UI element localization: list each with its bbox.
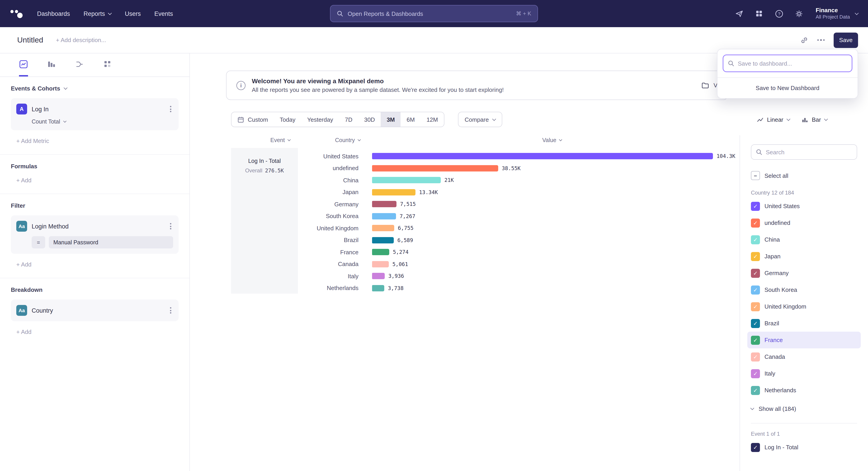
global-search-button[interactable]: Open Reports & Dashboards ⌘ + K: [330, 5, 538, 22]
help-icon[interactable]: ?: [774, 8, 784, 19]
chart-row: Italy 3,936: [298, 270, 740, 282]
bar[interactable]: [372, 177, 441, 183]
metric-card[interactable]: A Log In Count Total: [11, 98, 179, 130]
show-all-button[interactable]: Show all (184): [751, 400, 857, 418]
report-title[interactable]: Untitled: [17, 35, 43, 45]
nav-item[interactable]: Events: [154, 10, 173, 17]
add-metric-button[interactable]: + Add Metric: [16, 138, 179, 144]
bar[interactable]: [372, 153, 713, 159]
legend-item[interactable]: ✓ Japan: [747, 248, 861, 265]
add-description-button[interactable]: + Add description...: [56, 37, 106, 43]
legend-checkbox[interactable]: ✓: [751, 235, 760, 244]
legend-checkbox[interactable]: ✓: [751, 352, 760, 361]
nav-item[interactable]: Users: [125, 10, 141, 17]
filter-value[interactable]: Manual Password: [49, 236, 173, 248]
filter-operator[interactable]: =: [32, 236, 45, 248]
whats-new-icon[interactable]: [734, 8, 744, 19]
add-breakdown-button[interactable]: + Add: [16, 328, 179, 335]
legend-item[interactable]: ✓ South Korea: [747, 282, 861, 298]
date-range-option[interactable]: 12M: [421, 112, 444, 127]
legend-checkbox[interactable]: ✓: [751, 285, 760, 294]
save-dashboard-search[interactable]: [723, 55, 852, 72]
legend-item[interactable]: ✓ Log In - Total: [747, 439, 861, 455]
legend-item[interactable]: ✓ United Kingdom: [747, 298, 861, 315]
bar[interactable]: [372, 261, 389, 267]
column-header-event[interactable]: Event: [270, 137, 290, 143]
scale-selector[interactable]: Linear: [756, 116, 789, 123]
bar[interactable]: [372, 237, 394, 243]
save-button[interactable]: Save: [834, 32, 858, 48]
legend-item[interactable]: ✓ undefined: [747, 214, 861, 231]
legend-item[interactable]: ✓ Netherlands: [747, 382, 861, 399]
settings-gear-icon[interactable]: [794, 8, 804, 19]
legend-item[interactable]: ✓ Italy: [747, 365, 861, 382]
tab-retention-icon[interactable]: [103, 53, 112, 77]
filter-property-name[interactable]: Login Method: [32, 223, 69, 230]
date-range-option[interactable]: Custom: [231, 112, 274, 127]
add-filter-button[interactable]: + Add: [16, 261, 179, 268]
select-all-checkbox[interactable]: –: [751, 171, 760, 180]
tab-funnels-icon[interactable]: [47, 53, 56, 77]
breakdown-property-name[interactable]: Country: [32, 307, 53, 314]
bar[interactable]: [372, 165, 498, 172]
legend-search-input[interactable]: [766, 149, 852, 155]
tab-flows-icon[interactable]: [75, 53, 84, 77]
bar[interactable]: [372, 201, 397, 207]
legend-checkbox[interactable]: ✓: [751, 252, 760, 261]
legend-item[interactable]: ✓ Germany: [747, 265, 861, 282]
date-range-option[interactable]: Today: [274, 112, 301, 127]
breakdown-card[interactable]: Aa Country: [11, 299, 179, 321]
kebab-menu-icon[interactable]: [168, 104, 173, 114]
select-all-row[interactable]: – Select all: [751, 169, 857, 182]
bar[interactable]: [372, 249, 389, 256]
legend-checkbox[interactable]: ✓: [751, 268, 760, 277]
events-section-heading[interactable]: Events & Cohorts: [11, 85, 179, 92]
legend-checkbox[interactable]: ✓: [751, 202, 760, 211]
add-formula-button[interactable]: + Add: [16, 177, 179, 184]
bar[interactable]: [372, 189, 415, 196]
event-total-cell[interactable]: Log In - Total Overall276.5K: [231, 148, 298, 294]
tab-insights-icon[interactable]: [19, 53, 28, 77]
copy-link-icon[interactable]: [800, 36, 808, 44]
legend-item[interactable]: ✓ France: [747, 332, 861, 348]
save-to-new-dashboard-button[interactable]: Save to New Dashboard: [717, 77, 858, 98]
date-range-option[interactable]: 3M: [381, 112, 401, 127]
date-range-option[interactable]: 6M: [401, 112, 421, 127]
legend-checkbox[interactable]: ✓: [751, 218, 760, 227]
bar[interactable]: [372, 213, 396, 219]
legend-item[interactable]: ✓ China: [747, 231, 861, 248]
compare-button[interactable]: Compare: [458, 112, 502, 127]
date-range-option[interactable]: 30D: [358, 112, 381, 127]
save-dashboard-input[interactable]: [738, 60, 847, 67]
legend-item[interactable]: ✓ Canada: [747, 348, 861, 365]
nav-item[interactable]: Reports: [84, 10, 112, 17]
legend-checkbox[interactable]: ✓: [751, 386, 760, 395]
aggregation-selector[interactable]: Count Total: [32, 119, 173, 125]
legend-checkbox[interactable]: ✓: [751, 302, 760, 311]
more-options-icon[interactable]: [817, 39, 825, 41]
legend-checkbox[interactable]: ✓: [751, 335, 760, 345]
legend-item[interactable]: ✓ Brazil: [747, 315, 861, 332]
bar[interactable]: [372, 285, 384, 291]
legend-checkbox[interactable]: ✓: [751, 319, 760, 328]
apps-grid-icon[interactable]: [754, 8, 764, 19]
mixpanel-logo[interactable]: [10, 7, 24, 20]
legend-item[interactable]: ✓ United States: [747, 198, 861, 214]
column-header-value[interactable]: Value: [542, 137, 562, 143]
bar[interactable]: [372, 225, 394, 231]
legend-search[interactable]: [751, 144, 857, 160]
project-selector[interactable]: Finance All Project Data: [815, 7, 858, 20]
legend-checkbox[interactable]: ✓: [751, 369, 760, 378]
kebab-menu-icon[interactable]: [168, 221, 173, 231]
bar[interactable]: [372, 273, 385, 279]
date-range-option[interactable]: Yesterday: [301, 112, 339, 127]
banner-action[interactable]: V: [702, 81, 717, 89]
column-header-country[interactable]: Country: [335, 137, 360, 143]
kebab-menu-icon[interactable]: [168, 305, 173, 315]
nav-item[interactable]: Dashboards: [37, 10, 70, 17]
legend-checkbox[interactable]: ✓: [751, 443, 760, 452]
filter-card[interactable]: Aa Login Method = Manual Password: [11, 215, 179, 254]
metric-event-name[interactable]: Log In: [32, 106, 49, 112]
date-range-option[interactable]: 7D: [339, 112, 358, 127]
chart-type-selector[interactable]: Bar: [802, 116, 827, 123]
